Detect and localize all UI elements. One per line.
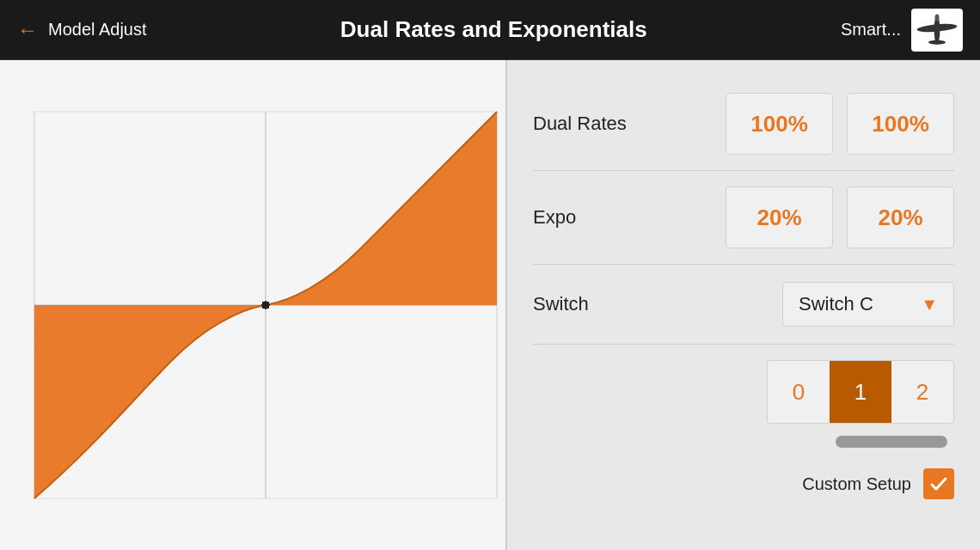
custom-setup-row: Custom Setup <box>533 456 954 499</box>
header: ← Model Adjust Dual Rates and Exponentia… <box>0 0 980 60</box>
switch-value: Switch C <box>799 293 873 315</box>
position-btn-1[interactable]: 1 <box>830 361 891 423</box>
back-arrow-icon: ← <box>17 18 38 42</box>
smart-label: Smart... <box>841 20 901 40</box>
switch-dropdown[interactable]: Switch C ▼ <box>782 282 954 327</box>
dual-rates-label: Dual Rates <box>533 113 688 135</box>
custom-setup-label: Custom Setup <box>802 474 911 494</box>
controls-panel: Dual Rates 100% 100% Expo 20% 20% Switch… <box>507 60 980 550</box>
position-btn-2[interactable]: 2 <box>891 361 953 423</box>
graph-panel: Switch Position: 1 +125 0 -125 0 ——→ 0 <box>0 60 507 550</box>
main-content: Switch Position: 1 +125 0 -125 0 ——→ 0 <box>0 60 980 550</box>
expo-row: Expo 20% 20% <box>533 171 954 265</box>
expo-label: Expo <box>533 206 688 229</box>
position-btn-0[interactable]: 0 <box>768 361 830 423</box>
svg-point-3 <box>934 14 939 21</box>
dual-rates-controls: 100% 100% <box>688 93 954 155</box>
switch-row: Switch Switch C ▼ <box>533 265 954 345</box>
dual-rates-value2[interactable]: 100% <box>847 93 954 155</box>
dropdown-arrow-icon: ▼ <box>921 295 938 315</box>
svg-rect-13 <box>262 302 269 309</box>
dual-rates-row: Dual Rates 100% 100% <box>533 77 954 171</box>
back-label: Model Adjust <box>48 20 147 40</box>
expo-curve-graph <box>0 60 505 550</box>
custom-setup-checkbox[interactable] <box>923 468 954 499</box>
expo-value2[interactable]: 20% <box>847 186 954 248</box>
header-right: Smart... <box>841 9 963 52</box>
position-buttons: 0 1 2 <box>767 360 954 424</box>
dual-rates-value1[interactable]: 100% <box>726 93 833 155</box>
back-button[interactable]: ← Model Adjust <box>17 18 147 42</box>
expo-value1[interactable]: 20% <box>726 186 833 248</box>
switch-label: Switch <box>533 293 688 315</box>
svg-point-2 <box>928 40 946 44</box>
position-slider[interactable] <box>836 436 947 448</box>
plane-icon[interactable] <box>911 9 963 52</box>
expo-controls: 20% 20% <box>688 186 954 248</box>
page-title: Dual Rates and Exponentials <box>340 16 647 43</box>
position-section: 0 1 2 <box>533 345 954 456</box>
